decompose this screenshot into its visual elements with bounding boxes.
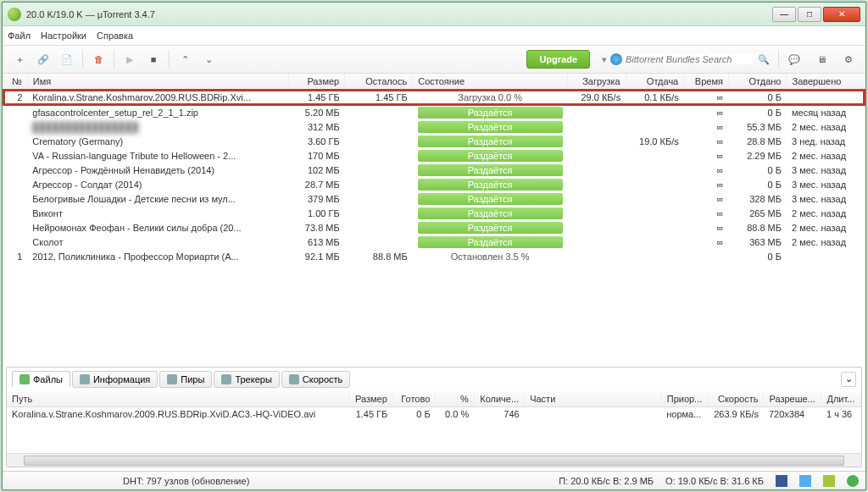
- col-size[interactable]: Размер: [288, 74, 344, 91]
- window-title: 20.0 K/19.0 K — μTorrent 3.4.7: [26, 9, 772, 19]
- table-row[interactable]: gfasacontrolcenter_setup_rel_2_1_1.zip5.…: [4, 105, 865, 120]
- move-down-button[interactable]: ⌄: [197, 48, 220, 70]
- start-button[interactable]: ▶: [118, 48, 142, 70]
- col-given[interactable]: Отдано: [728, 74, 787, 91]
- details-panel: Файлы Информация Пиры Трекеры Скорость ⌄…: [6, 367, 862, 468]
- spacer: [3, 263, 865, 363]
- menu-help[interactable]: Справка: [97, 30, 133, 41]
- table-row[interactable]: Белогривые Лошадки - Детские песни из му…: [4, 191, 865, 206]
- info-icon: [80, 374, 90, 384]
- col-name[interactable]: Имя: [27, 74, 288, 91]
- globe-icon: [610, 53, 622, 65]
- col-up[interactable]: Отдача: [626, 74, 684, 91]
- table-row[interactable]: Агрессор - Солдат (2014)28.7 МБРаздаётся…: [4, 177, 865, 191]
- network-ok-icon[interactable]: [847, 475, 859, 487]
- dht-status: DHT: 797 узлов (обновление): [123, 476, 249, 486]
- upload-rate: О: 19.0 КБ/с В: 31.6 КБ: [665, 476, 764, 486]
- horizontal-scrollbar[interactable]: [7, 453, 861, 467]
- fcol-prio[interactable]: Приор...: [661, 391, 708, 407]
- col-status[interactable]: Состояние: [413, 74, 568, 91]
- delete-button[interactable]: 🗑: [86, 48, 110, 70]
- menubar: Файл Настройки Справка: [3, 26, 865, 45]
- fcol-pct[interactable]: %: [436, 391, 474, 407]
- toolbar: ＋ 🔗 📄 🗑 ▶ ■ ⌃ ⌄ Upgrade ▾ 🔍 💬 🖥 ⚙: [3, 45, 865, 74]
- tab-speed[interactable]: Скорость: [281, 371, 351, 388]
- preferences-button[interactable]: ⚙: [837, 48, 860, 70]
- table-row[interactable]: ████████████████312 МБРаздаётся∞55.3 МБ2…: [4, 119, 865, 134]
- fcol-pieces[interactable]: Количе...: [474, 391, 524, 407]
- table-row[interactable]: Koralina.v.Strane.Koshmarov.2009.RUS.BDR…: [7, 406, 861, 421]
- fcol-size[interactable]: Размер: [349, 391, 392, 407]
- speed-icon: [289, 374, 299, 384]
- tab-info[interactable]: Информация: [72, 371, 158, 388]
- details-tabs: Файлы Информация Пиры Трекеры Скорость ⌄: [7, 368, 861, 391]
- fcol-speed[interactable]: Скорость: [708, 391, 764, 407]
- trackers-icon: [221, 374, 231, 384]
- app-window: 20.0 K/19.0 K — μTorrent 3.4.7 — □ ✕ Фай…: [2, 2, 866, 490]
- move-up-button[interactable]: ⌃: [173, 48, 197, 70]
- tab-trackers[interactable]: Трекеры: [214, 371, 279, 388]
- col-down[interactable]: Загрузка: [568, 74, 626, 91]
- minimize-button[interactable]: —: [772, 7, 796, 22]
- fcol-res[interactable]: Разреше...: [764, 391, 821, 407]
- search-box: ▾ 🔍: [598, 53, 775, 65]
- fcol-path[interactable]: Путь: [7, 391, 349, 407]
- close-button[interactable]: ✕: [823, 7, 860, 22]
- table-row[interactable]: 12012, Поликлиника - Профессор Мориарти …: [4, 249, 865, 263]
- facebook-icon[interactable]: [776, 475, 787, 487]
- add-url-button[interactable]: 🔗: [31, 48, 55, 70]
- menu-settings[interactable]: Настройки: [41, 30, 86, 41]
- files-list: Путь Размер Готово % Количе... Части При…: [7, 391, 861, 454]
- tab-files[interactable]: Файлы: [12, 371, 70, 388]
- expand-details-button[interactable]: ⌄: [841, 372, 856, 387]
- table-row[interactable]: VA - Russian-language Tribute to Hellowe…: [4, 148, 865, 163]
- folder-icon: [19, 374, 30, 384]
- twitter-icon[interactable]: [799, 475, 811, 487]
- col-num[interactable]: №: [4, 74, 28, 91]
- remote-button[interactable]: 🖥: [810, 48, 833, 70]
- table-row[interactable]: Нейромонах Феофан - Велики силы добра (2…: [4, 220, 865, 235]
- chat-button[interactable]: 💬: [782, 48, 806, 70]
- table-row[interactable]: Сколот613 МБРаздаётся∞363 МБ2 мес. назад: [4, 235, 865, 249]
- col-time[interactable]: Время: [684, 74, 729, 91]
- upgrade-button[interactable]: Upgrade: [526, 50, 590, 69]
- table-row[interactable]: Виконт1.00 ГБРаздаётся∞265 МБ2 мес. наза…: [4, 206, 865, 220]
- app-icon: [8, 8, 21, 21]
- add-torrent-button[interactable]: ＋: [8, 48, 31, 70]
- fcol-parts[interactable]: Части: [525, 391, 662, 407]
- menu-file[interactable]: Файл: [8, 30, 31, 41]
- col-remain[interactable]: Осталось: [345, 74, 413, 91]
- torrent-list: № Имя Размер Осталось Состояние Загрузка…: [3, 74, 865, 263]
- fcol-dur[interactable]: Длит...: [821, 391, 861, 407]
- tab-peers[interactable]: Пиры: [159, 371, 212, 388]
- table-row[interactable]: Crematory (Germany)3.60 ГБРаздаётся19.0 …: [4, 134, 865, 148]
- table-row[interactable]: Агрессор - Рождённый Ненавидеть (2014)10…: [4, 163, 865, 177]
- search-input[interactable]: [626, 54, 753, 64]
- maximize-button[interactable]: □: [798, 7, 821, 22]
- col-done[interactable]: Завершено: [787, 74, 865, 91]
- android-icon[interactable]: [823, 475, 835, 487]
- table-row[interactable]: 2Koralina.v.Strane.Koshmarov.2009.RUS.BD…: [4, 91, 865, 105]
- create-torrent-button[interactable]: 📄: [55, 48, 79, 70]
- statusbar: DHT: 797 узлов (обновление) П: 20.0 КБ/с…: [3, 471, 865, 489]
- fcol-done[interactable]: Готово: [392, 391, 435, 407]
- search-icon[interactable]: 🔍: [758, 54, 770, 65]
- download-rate: П: 20.0 КБ/с В: 2.9 МБ: [559, 476, 654, 486]
- peers-icon: [167, 374, 177, 384]
- stop-button[interactable]: ■: [142, 48, 165, 70]
- titlebar[interactable]: 20.0 K/19.0 K — μTorrent 3.4.7 — □ ✕: [3, 3, 865, 26]
